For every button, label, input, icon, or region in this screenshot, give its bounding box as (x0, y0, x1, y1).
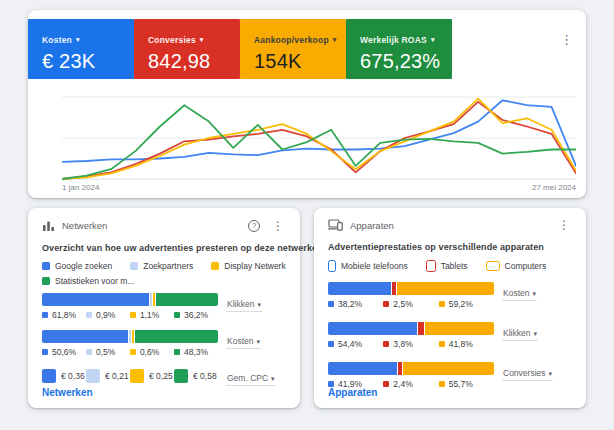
performance-row-kosten: 50,6%0,5%0,6%48,3%Kosten▾ (42, 330, 286, 360)
kebab-menu-icon[interactable]: ⋮ (270, 220, 286, 232)
legend-label: Mobiele telefoons (341, 261, 408, 271)
card-header: Netwerken ? ⋮ (42, 219, 286, 232)
value-label: 38,2% (338, 299, 362, 309)
metric-value: 154K (254, 50, 340, 73)
phone-icon (328, 260, 336, 272)
legend-label: Tablets (441, 261, 468, 271)
swatch-value: € 0,58 (193, 371, 217, 381)
metric-name: Kosten (503, 288, 529, 298)
swatch-value: € 0,36 (61, 371, 85, 381)
metric-value: € 23K (42, 50, 128, 73)
metric-name: Kosten (227, 336, 253, 346)
performance-row-gem-cpc: € 0,36€ 0,21€ 0,25€ 0,58Gem. CPC▾ (42, 367, 286, 386)
swatch-icon (130, 369, 144, 383)
metric-selector-kosten[interactable]: Kosten▾ (226, 336, 261, 349)
bar-segment (328, 362, 397, 375)
tablet-icon (426, 260, 436, 272)
legend-swatch-icon (42, 262, 50, 270)
metric-tile-aankoop-verkoop[interactable]: Aankoop/verkoop▾ 154K (240, 19, 346, 79)
swatch-value: € 0,21 (105, 371, 129, 381)
value-label: 61,8% (52, 310, 76, 320)
value-swatch-icon (42, 349, 48, 355)
stacked-bar (42, 330, 218, 343)
value-label: 36,2% (184, 310, 208, 320)
metric-column: Gem. CPC▾ (218, 367, 286, 386)
metric-selector-gem-cpc[interactable]: Gem. CPC▾ (226, 373, 276, 386)
swatch-icon (42, 369, 56, 383)
value-swatch-icon (383, 381, 389, 387)
value-swatch-icon (42, 312, 48, 318)
metric-label: Conversies (148, 35, 196, 45)
value-label: 0,9% (96, 310, 115, 320)
ads-overview-page: ⋮ Kosten▾ € 23K Conversies▾ 842,98 Aanko… (0, 0, 614, 430)
metric-tile-werkelijk-roas[interactable]: Werkelijk ROAS▾ 675,23% (346, 19, 452, 79)
networks-link[interactable]: Netwerken (42, 387, 93, 398)
metric-selector-conversies[interactable]: Conversies▾ (502, 368, 553, 381)
bar-segment (398, 362, 402, 375)
bar-value: 59,2% (439, 299, 494, 309)
row-content: € 0,36€ 0,21€ 0,25€ 0,58 (42, 367, 218, 383)
metric-name: Conversies (503, 368, 546, 378)
devices-link[interactable]: Apparaten (328, 387, 377, 398)
stacked-bar (328, 362, 494, 375)
card-actions: ? ⋮ (248, 220, 286, 232)
metric-column: Klikken▾ (494, 322, 572, 341)
performance-row-klikken: 61,8%0,9%1,1%36,2%Klikken▾ (42, 293, 286, 323)
bar-segment (418, 322, 424, 335)
bar-segment (129, 330, 131, 343)
bar-segment (135, 330, 218, 343)
kebab-menu-icon[interactable]: ⋮ (557, 30, 576, 49)
value-label: 48,3% (184, 347, 208, 357)
caret-down-icon: ▾ (256, 338, 260, 345)
card-actions: ⋮ (556, 219, 572, 231)
card-title: Apparaten (350, 220, 394, 231)
cpc-swatch-item: € 0,58 (174, 369, 218, 383)
value-label: 3,8% (393, 339, 412, 349)
legend-swatch-icon (211, 262, 219, 270)
metric-selector-kosten[interactable]: Kosten▾ (502, 288, 537, 301)
help-icon[interactable]: ? (248, 220, 260, 232)
legend-item-tablets: Tablets (426, 260, 468, 272)
kebab-menu-icon[interactable]: ⋮ (556, 219, 572, 231)
bar-values: 54,4%3,8%41,8% (328, 339, 494, 349)
bar-values: 38,2%2,5%59,2% (328, 299, 494, 309)
value-swatch-icon (86, 349, 92, 355)
laptop-icon (486, 261, 500, 271)
legend-item-mobiele-telefoons: Mobiele telefoons (328, 260, 408, 272)
bar-value: 3,8% (383, 339, 438, 349)
metric-name: Klikken (503, 328, 530, 338)
metric-name: Klikken (227, 299, 254, 309)
metric-selector-klikken[interactable]: Klikken▾ (226, 299, 262, 312)
bar-value: 41,8% (439, 339, 494, 349)
legend-swatch-icon (42, 277, 50, 285)
value-swatch-icon (130, 349, 136, 355)
swatch-icon (86, 369, 100, 383)
devices-icon (328, 219, 343, 231)
legend-label: Display Netwerk (224, 261, 285, 271)
row-content: 54,4%3,8%41,8% (328, 322, 494, 352)
metric-column: Kosten▾ (218, 330, 286, 349)
bar-value: 50,6% (42, 347, 86, 357)
metric-value: 675,23% (360, 50, 446, 73)
value-swatch-icon (174, 349, 180, 355)
metric-tile-kosten[interactable]: Kosten▾ € 23K (28, 19, 134, 79)
value-swatch-icon (439, 341, 445, 347)
bar-values: 50,6%0,5%0,6%48,3% (42, 347, 218, 357)
metric-value: 842,98 (148, 50, 234, 73)
metric-tile-conversies[interactable]: Conversies▾ 842,98 (134, 19, 240, 79)
metric-selector-klikken[interactable]: Klikken▾ (502, 328, 538, 341)
bar-values: 61,8%0,9%1,1%36,2% (42, 310, 218, 320)
performance-overview-card: ⋮ Kosten▾ € 23K Conversies▾ 842,98 Aanko… (28, 10, 586, 198)
value-swatch-icon (328, 341, 334, 347)
trend-chart: 1 jan 2024 27 mei 2024 (62, 96, 576, 192)
bar-segment (392, 282, 396, 295)
metric-column: Conversies▾ (494, 362, 572, 381)
bar-segment (42, 330, 128, 343)
legend-label: Google zoeken (55, 261, 112, 271)
value-label: 2,4% (393, 379, 412, 389)
card-header: Apparaten ⋮ (328, 219, 572, 231)
x-axis-end-label: 27 mei 2024 (532, 183, 576, 192)
stacked-bar (42, 293, 218, 306)
bar-value: 54,4% (328, 339, 383, 349)
value-label: 2,5% (393, 299, 412, 309)
